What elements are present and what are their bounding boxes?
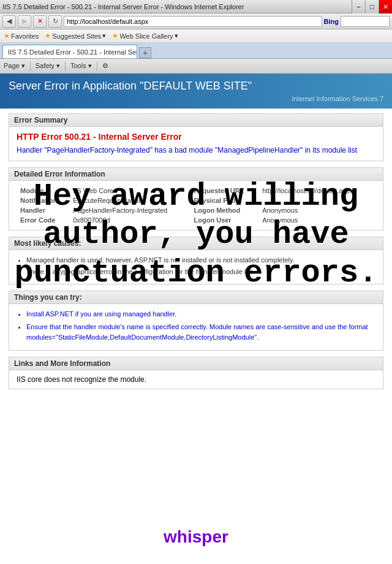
detailed-error-header: Detailed Error Information bbox=[9, 168, 383, 181]
logon-method-label: Logon Method bbox=[190, 205, 259, 215]
try-content: Install ASP.NET if you are using managed… bbox=[9, 304, 383, 350]
favorites-bar: ★ Favorites ★ Suggested Sites ▾ ★ Web Sl… bbox=[0, 29, 392, 43]
causes-list: Managed handler is used; however, ASP.NE… bbox=[17, 255, 375, 278]
table-row: Error Code 0x8007000d Logon User Anonymo… bbox=[17, 215, 375, 225]
module-value: IIS Web Core bbox=[69, 186, 190, 196]
error-code-label: Error Code bbox=[17, 215, 69, 225]
iis-header: Server Error in Application "DEFAULT WEB… bbox=[0, 74, 392, 109]
module-label: Module bbox=[17, 186, 69, 196]
links-header: Links and More Information bbox=[9, 357, 383, 370]
iis-header-subtitle: Internet Information Services 7 bbox=[9, 95, 383, 102]
secondary-toolbar: Page ▾ Safety ▾ Tools ▾ ⚙ bbox=[0, 59, 392, 74]
requested-url-label: Requested URL bbox=[190, 186, 259, 196]
window-controls[interactable]: − □ ✕ bbox=[352, 0, 392, 13]
list-item: There is a typographical error in the co… bbox=[26, 267, 375, 278]
tab-bar: IIS 7.5 Detailed Error - 500.21 - Intern… bbox=[0, 43, 392, 59]
forward-button[interactable]: ▶ bbox=[18, 15, 31, 28]
search-input[interactable] bbox=[341, 16, 390, 27]
star-icon-3: ★ bbox=[112, 32, 118, 40]
physical-path-value bbox=[258, 196, 375, 205]
iis-header-title: Server Error in Application "DEFAULT WEB… bbox=[9, 80, 383, 93]
error-code-value: 0x8007000d bbox=[69, 215, 190, 225]
notification-value: ExecuteRequestHandler bbox=[69, 196, 190, 205]
causes-content: Managed handler is used; however, ASP.NE… bbox=[9, 250, 383, 284]
new-tab-button[interactable]: + bbox=[139, 47, 151, 58]
iis-page: Server Error in Application "DEFAULT WEB… bbox=[0, 74, 392, 400]
favorites-label[interactable]: ★ Favorites bbox=[4, 32, 39, 40]
active-tab[interactable]: IIS 7.5 Detailed Error - 500.21 - Intern… bbox=[2, 45, 137, 58]
tools-menu[interactable]: Tools ▾ bbox=[70, 62, 92, 70]
causes-section: Most likely causes: Managed handler is u… bbox=[9, 237, 383, 284]
star-icon: ★ bbox=[4, 32, 10, 40]
stop-button[interactable]: ✕ bbox=[33, 15, 47, 28]
logon-user-label: Logon User bbox=[190, 215, 259, 225]
table-row: Module IIS Web Core Requested URL http:/… bbox=[17, 186, 375, 196]
try-header: Things you can try: bbox=[9, 291, 383, 304]
separator bbox=[30, 61, 31, 71]
settings-icon[interactable]: ⚙ bbox=[102, 62, 108, 70]
physical-path-label: Physical Path bbox=[190, 196, 259, 205]
error-summary-header: Error Summary bbox=[9, 114, 383, 127]
causes-header: Most likely causes: bbox=[9, 237, 383, 250]
star-icon-2: ★ bbox=[45, 32, 51, 40]
bing-label: Bing bbox=[324, 18, 339, 25]
refresh-button[interactable]: ↻ bbox=[48, 15, 62, 28]
links-desc: IIS core does not recognize the module. bbox=[17, 375, 146, 384]
page-menu[interactable]: Page ▾ bbox=[4, 62, 25, 70]
titlebar: IIS 7.5 Detailed Error - 500.21 - Intern… bbox=[0, 0, 392, 13]
back-button[interactable]: ◀ bbox=[2, 15, 16, 28]
error-summary-content: HTTP Error 500.21 - Internal Server Erro… bbox=[9, 127, 383, 161]
iis-body: Error Summary HTTP Error 500.21 - Intern… bbox=[0, 109, 392, 400]
separator3 bbox=[97, 61, 97, 71]
logon-user-value: Anonymous bbox=[258, 215, 375, 225]
web-slice-gallery[interactable]: ★ Web Slice Gallery ▾ bbox=[112, 32, 178, 40]
list-item: Ensure that the handler module's name is… bbox=[26, 322, 375, 343]
links-content: IIS core does not recognize the module. bbox=[9, 370, 383, 389]
separator2 bbox=[65, 61, 66, 71]
try-list: Install ASP.NET if you are using managed… bbox=[17, 309, 375, 343]
safety-menu[interactable]: Safety ▾ bbox=[36, 62, 60, 70]
error-summary-section: Error Summary HTTP Error 500.21 - Intern… bbox=[9, 113, 383, 161]
maximize-button[interactable]: □ bbox=[365, 0, 379, 13]
tab-label: IIS 7.5 Detailed Error - 500.21 - Intern… bbox=[8, 48, 137, 56]
error-description: Handler "PageHandlerFactory-Integrated" … bbox=[17, 145, 375, 156]
detail-table: Module IIS Web Core Requested URL http:/… bbox=[17, 186, 375, 225]
table-row: Handler PageHandlerFactory-Integrated Lo… bbox=[17, 205, 375, 215]
logon-method-value: Anonymous bbox=[258, 205, 375, 215]
close-button[interactable]: ✕ bbox=[379, 0, 392, 13]
detailed-error-section: Detailed Error Information Module IIS We… bbox=[9, 167, 383, 231]
window-title: IIS 7.5 Detailed Error - 500.21 - Intern… bbox=[2, 3, 244, 10]
table-row: Notification ExecuteRequestHandler Physi… bbox=[17, 196, 375, 205]
whisper-label: whisper bbox=[0, 527, 392, 547]
handler-label: Handler bbox=[17, 205, 69, 215]
list-item: Install ASP.NET if you are using managed… bbox=[26, 309, 375, 320]
suggested-sites[interactable]: ★ Suggested Sites ▾ bbox=[45, 32, 106, 40]
nav-toolbar: ◀ ▶ ✕ ↻ Bing bbox=[0, 13, 392, 29]
detailed-error-content: Module IIS Web Core Requested URL http:/… bbox=[9, 181, 383, 230]
notification-label: Notification bbox=[17, 196, 69, 205]
error-title: HTTP Error 500.21 - Internal Server Erro… bbox=[17, 132, 375, 142]
address-input[interactable] bbox=[64, 16, 322, 27]
minimize-button[interactable]: − bbox=[352, 0, 365, 13]
list-item: Managed handler is used; however, ASP.NE… bbox=[26, 255, 375, 266]
try-section: Things you can try: Install ASP.NET if y… bbox=[9, 291, 383, 351]
requested-url-value: http://localhost:80/default.aspx bbox=[258, 186, 375, 196]
links-section: Links and More Information IIS core does… bbox=[9, 357, 383, 389]
handler-value: PageHandlerFactory-Integrated bbox=[69, 205, 190, 215]
